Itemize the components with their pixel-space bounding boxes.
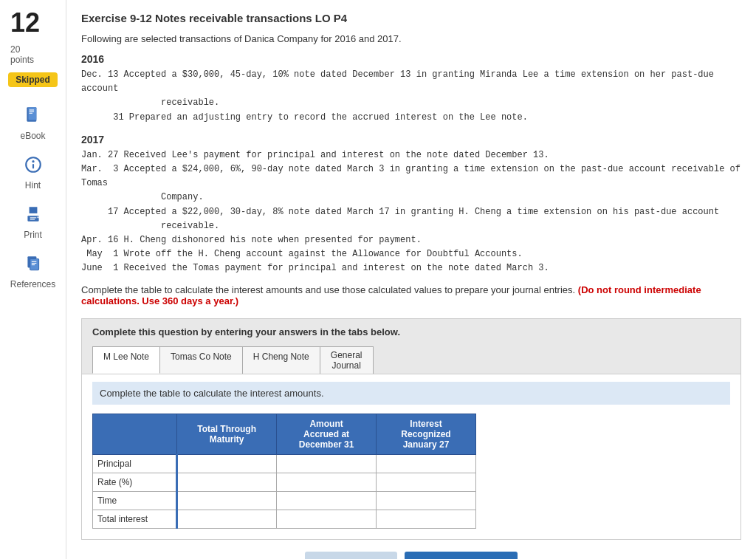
sidebar-item-ebook[interactable]: eBook [20, 102, 47, 141]
ebook-icon [20, 102, 47, 128]
transaction-line: receivable. [81, 219, 741, 233]
exercise-title: Exercise 9-12 Notes receivable transacti… [81, 12, 741, 24]
col-header-total: Total ThroughMaturity [177, 414, 277, 455]
input-principal-total-field[interactable] [182, 458, 272, 470]
table-row: Total interest [93, 510, 476, 529]
input-totalinterest-accrued[interactable] [277, 510, 377, 529]
sidebar-item-print[interactable]: Print [20, 201, 47, 240]
transaction-line: Dec. 13 Accepted a $30,000, 45-day, 10% … [81, 68, 741, 96]
svg-rect-17 [31, 264, 34, 265]
svg-rect-1 [28, 107, 36, 120]
svg-rect-8 [27, 216, 38, 222]
hint-label: Hint [25, 180, 41, 191]
svg-point-12 [37, 216, 38, 218]
print-icon [20, 201, 47, 227]
svg-rect-16 [31, 263, 36, 264]
col-header-accrued: AmountAccrued atDecember 31 [277, 414, 377, 455]
input-totalinterest-recognized-field[interactable] [381, 513, 471, 525]
ebook-label: eBook [20, 131, 45, 141]
transaction-line: Mar. 3 Accepted a $24,000, 6%, 90-day no… [81, 162, 741, 191]
tab-m-lee-note[interactable]: M Lee Note [92, 346, 160, 374]
tab-h-cheng-note[interactable]: H Cheng Note [243, 346, 320, 374]
input-principal-recognized[interactable] [377, 455, 476, 473]
tab-instruction: Complete this question by entering your … [92, 326, 730, 337]
transaction-line: receivable. [81, 96, 741, 110]
svg-rect-10 [30, 217, 36, 218]
col-header-recognized: InterestRecognizedJanuary 27 [377, 414, 476, 455]
col-header-empty [93, 414, 177, 455]
transaction-line: 17 Accepted a $22,000, 30-day, 8% note d… [81, 205, 741, 219]
input-time-total-field[interactable] [182, 495, 272, 507]
input-rate-accrued[interactable] [277, 473, 377, 492]
input-time-recognized[interactable] [377, 492, 476, 510]
input-rate-recognized[interactable] [377, 473, 476, 492]
svg-rect-15 [31, 261, 36, 262]
prev-button[interactable]: ‹ M Lee Note [305, 552, 398, 559]
transaction-line: Apr. 16 H. Cheng dishonored his note whe… [81, 233, 741, 247]
row-label-rate: Rate (%) [93, 473, 177, 492]
main-content: Exercise 9-12 Notes receivable transacti… [66, 0, 756, 559]
table-row: Principal [93, 455, 476, 473]
tab-tomas-co-note[interactable]: Tomas Co Note [160, 346, 243, 374]
input-principal-accrued-field[interactable] [281, 458, 371, 470]
input-totalinterest-total[interactable] [177, 510, 277, 529]
row-label-time: Time [93, 492, 177, 510]
input-principal-total[interactable] [177, 455, 277, 473]
input-totalinterest-total-field[interactable] [182, 513, 272, 525]
table-row: Time [93, 492, 476, 510]
transactions-2017: Jan. 27 Received Lee's payment for princ… [81, 148, 741, 276]
next-button[interactable]: Tomas Co Note › [405, 552, 518, 559]
sidebar-item-references[interactable]: References [10, 250, 55, 289]
svg-rect-2 [29, 109, 34, 110]
svg-point-6 [32, 160, 34, 162]
svg-rect-7 [32, 164, 33, 169]
svg-rect-3 [29, 112, 34, 112]
svg-rect-14 [30, 259, 38, 270]
intro-text: Following are selected transactions of D… [81, 33, 741, 44]
nav-buttons: ‹ M Lee Note Tomas Co Note › [81, 552, 741, 559]
input-time-accrued-field[interactable] [281, 495, 371, 507]
transaction-line: Jan. 27 Received Lee's payment for princ… [81, 148, 741, 162]
transaction-line: June 1 Received the Tomas payment for pr… [81, 261, 741, 275]
skipped-badge[interactable]: Skipped [8, 72, 58, 87]
input-rate-total-field[interactable] [182, 476, 272, 488]
references-label: References [10, 279, 55, 289]
input-rate-accrued-field[interactable] [281, 476, 371, 488]
row-label-total-interest: Total interest [93, 510, 177, 529]
tab-content-area: Complete the table to calculate the inte… [81, 374, 741, 540]
row-label-principal: Principal [93, 455, 177, 473]
sidebar: 12 20 points Skipped eBook [0, 0, 66, 559]
input-rate-total[interactable] [177, 473, 277, 492]
input-totalinterest-accrued-field[interactable] [281, 513, 371, 525]
transactions-2016: Dec. 13 Accepted a $30,000, 45-day, 10% … [81, 68, 741, 125]
question-number: 12 [0, 7, 40, 38]
interest-table: Total ThroughMaturity AmountAccrued atDe… [92, 414, 476, 529]
transaction-line: Company. [81, 191, 741, 205]
input-principal-accrued[interactable] [277, 455, 377, 473]
transaction-line: May 1 Wrote off the H. Cheng account aga… [81, 247, 741, 261]
tab-section: Complete this question by entering your … [81, 318, 741, 374]
input-totalinterest-recognized[interactable] [377, 510, 476, 529]
year-2016: 2016 [81, 53, 741, 65]
input-principal-recognized-field[interactable] [381, 458, 471, 470]
instruction-text: Complete the table to calculate the inte… [81, 284, 741, 306]
sidebar-item-hint[interactable]: Hint [20, 151, 47, 191]
tab-general-journal[interactable]: GeneralJournal [320, 346, 374, 374]
sub-instruction: Complete the table to calculate the inte… [92, 382, 730, 405]
input-time-total[interactable] [177, 492, 277, 510]
svg-rect-4 [29, 113, 32, 114]
points-label: 20 points [0, 44, 34, 65]
table-row: Rate (%) [93, 473, 476, 492]
year-2017: 2017 [81, 134, 741, 145]
transaction-line: 31 Prepared an adjusting entry to record… [81, 111, 741, 125]
input-rate-recognized-field[interactable] [381, 476, 471, 488]
references-icon [20, 250, 47, 277]
input-time-recognized-field[interactable] [381, 495, 471, 507]
print-label: Print [24, 230, 42, 240]
input-time-accrued[interactable] [277, 492, 377, 510]
hint-icon [20, 151, 47, 178]
svg-rect-9 [29, 207, 37, 213]
svg-rect-11 [30, 219, 35, 220]
tabs-row: M Lee Note Tomas Co Note H Cheng Note Ge… [92, 346, 730, 374]
